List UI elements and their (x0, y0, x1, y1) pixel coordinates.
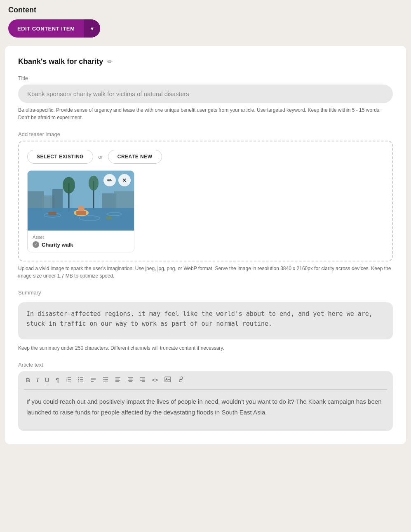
chevron-down-icon[interactable]: ▾ (84, 19, 100, 38)
title-input[interactable] (18, 85, 393, 103)
paragraph-button[interactable]: ¶ (54, 376, 61, 385)
svg-rect-17 (48, 212, 56, 215)
image-card: ✏ ✕ Asset ✓ Charity walk (27, 170, 134, 252)
select-existing-button[interactable]: SELECT EXISTING (27, 150, 93, 164)
align-center-button[interactable] (125, 375, 135, 385)
insert-image-icon (164, 377, 171, 382)
charity-walk-image: ✏ ✕ (28, 171, 134, 231)
teaser-label: Add teaser image (18, 131, 393, 137)
title-hint: Be ultra-specific. Provide sense of urge… (18, 106, 393, 121)
title-field: Title Be ultra-specific. Provide sense o… (18, 75, 393, 121)
unordered-list-button[interactable] (76, 375, 86, 385)
article-label: Article text (18, 362, 393, 368)
insert-image-button[interactable] (162, 375, 173, 385)
italic-button[interactable]: I (35, 376, 40, 385)
svg-point-9 (89, 176, 99, 191)
svg-rect-16 (76, 211, 86, 215)
article-content[interactable]: If you could reach out and positively im… (18, 390, 393, 431)
main-card: Kbank's walk for charity ✏ Title Be ultr… (5, 46, 406, 444)
align-left-icon (115, 377, 121, 382)
image-card-actions: ✏ ✕ (103, 174, 131, 186)
unordered-list-icon (78, 377, 84, 382)
action-bar: EDIT CONTENT ITEM ▾ (8, 19, 403, 38)
outdent-button[interactable] (101, 375, 110, 385)
teaser-image-section: Add teaser image SELECT EXISTING or CREA… (18, 131, 393, 280)
top-bar: Content EDIT CONTENT ITEM ▾ (0, 0, 411, 42)
article-toolbar: B I U ¶ 123 (18, 371, 393, 389)
item-title: Kbank's walk for charity (18, 57, 103, 66)
svg-rect-18 (106, 217, 112, 219)
insert-link-button[interactable] (176, 375, 186, 385)
svg-point-29 (78, 379, 79, 380)
outdent-icon (103, 377, 108, 382)
summary-section: Summary In disaster-affected regions, it… (18, 290, 393, 352)
image-card-footer: Asset ✓ Charity walk (28, 231, 134, 252)
summary-hint: Keep the summary under 250 characters. D… (18, 344, 393, 352)
asset-label: Asset (33, 235, 129, 240)
or-text: or (98, 154, 103, 160)
ordered-list-icon: 123 (66, 377, 71, 382)
align-center-icon (127, 377, 133, 382)
item-title-row: Kbank's walk for charity ✏ (18, 57, 393, 66)
teaser-hint: Upload a vivid image to spark the user's… (18, 265, 393, 280)
create-new-button[interactable]: CREATE NEW (108, 150, 162, 164)
edit-content-item-button[interactable]: EDIT CONTENT ITEM ▾ (8, 19, 100, 38)
align-right-icon (140, 377, 146, 382)
insert-link-icon (178, 377, 184, 382)
page-title: Content (8, 6, 36, 14)
remove-image-button[interactable]: ✕ (118, 174, 131, 186)
bold-button[interactable]: B (24, 376, 32, 385)
teaser-drop-area: SELECT EXISTING or CREATE NEW (18, 141, 393, 261)
teaser-btn-row: SELECT EXISTING or CREATE NEW (27, 150, 384, 164)
title-label: Title (18, 75, 393, 81)
article-text-section: Article text B I U ¶ 123 (18, 362, 393, 431)
code-button[interactable]: <> (150, 376, 160, 384)
asset-status-dot: ✓ (33, 241, 39, 248)
underline-button[interactable]: U (43, 376, 51, 385)
svg-point-30 (78, 381, 79, 381)
svg-text:3: 3 (66, 380, 67, 382)
svg-marker-37 (103, 379, 104, 380)
edit-button-label: EDIT CONTENT ITEM (8, 21, 84, 37)
asset-name: Charity walk (42, 242, 73, 248)
summary-textarea[interactable]: In disaster-affected regions, it may fee… (18, 302, 393, 339)
svg-point-7 (63, 177, 75, 193)
blockquote-icon (90, 377, 96, 382)
edit-image-button[interactable]: ✏ (103, 174, 116, 186)
article-editor: B I U ¶ 123 (18, 371, 393, 431)
checkmark-icon: ✓ (34, 242, 38, 247)
svg-point-28 (78, 377, 79, 378)
align-left-button[interactable] (113, 375, 123, 385)
ordered-list-button[interactable]: 123 (63, 375, 73, 385)
align-right-button[interactable] (138, 375, 148, 385)
asset-name-row: ✓ Charity walk (33, 241, 129, 248)
blockquote-button[interactable] (88, 375, 98, 385)
edit-pencil-icon[interactable]: ✏ (107, 58, 113, 66)
summary-label: Summary (18, 290, 393, 296)
